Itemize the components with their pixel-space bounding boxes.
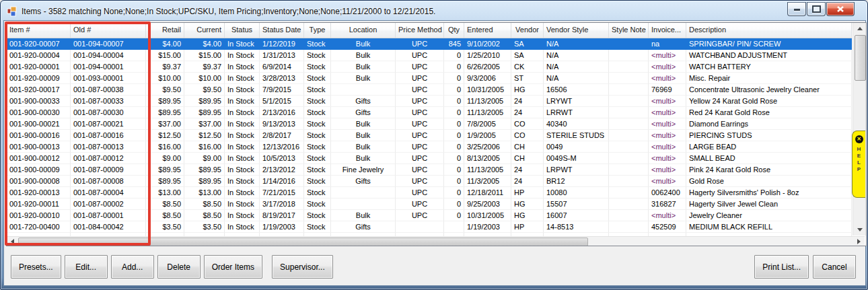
cell-status-date: 6/9/2014 — [260, 61, 304, 73]
cell-price-method: UPC — [396, 164, 444, 176]
cell-description: PIERCING STUDS — [686, 130, 852, 141]
cell-retail: $89.95 — [146, 164, 184, 176]
cell-qty: 0 — [444, 130, 464, 141]
column-header-status[interactable]: Status — [225, 23, 260, 38]
cell-item: 001-900-00033 — [7, 96, 71, 107]
cell-old: 001-094-00004 — [71, 50, 146, 61]
table-row[interactable]: 001-920-00001001-094-00001$9.37$9.37In S… — [7, 61, 852, 73]
cell-location: Bulk — [331, 130, 396, 141]
vertical-scrollbar[interactable] — [853, 23, 866, 235]
cell-status-date: 10/5/2013 — [260, 153, 304, 164]
column-header-qty[interactable]: Qty — [444, 23, 464, 38]
cell-vendor: HG — [511, 198, 544, 210]
cell-type: Stock — [304, 84, 331, 96]
vertical-scroll-thumb[interactable] — [855, 35, 866, 81]
cell-style-note — [609, 187, 649, 198]
column-header-old[interactable]: Old # — [71, 23, 146, 38]
scroll-left-button[interactable] — [7, 237, 18, 246]
cell-location: Gifts — [331, 107, 396, 118]
table-row[interactable]: 001-900-00012001-087-00012$9.00$9.00In S… — [7, 153, 852, 164]
minimize-button[interactable] — [787, 2, 806, 16]
button-add[interactable]: Add... — [111, 255, 154, 279]
table-row[interactable]: 001-920-00010001-087-00001$8.50$8.50In S… — [7, 210, 852, 221]
table-row[interactable]: 001-900-00016001-087-00016$12.50$12.50In… — [7, 130, 852, 141]
app-icon — [7, 6, 17, 17]
column-header-vendor[interactable]: Vendor — [511, 23, 544, 38]
button-supervisor[interactable]: Supervisor... — [272, 255, 333, 279]
column-header-type[interactable]: Type — [304, 23, 331, 38]
cell-entered: 10/31/2005 — [464, 84, 511, 96]
table-row[interactable]: 001-920-00017001-087-00038$9.50$9.50In S… — [7, 84, 852, 96]
table-row[interactable]: 001-900-00030001-087-00030$89.95$89.95In… — [7, 107, 852, 118]
cell-invoice: <multi> — [649, 153, 686, 164]
table-row-selected[interactable]: 001-920-00007001-094-00007$4.00$4.00In S… — [7, 38, 852, 50]
scroll-down-button[interactable] — [853, 224, 866, 235]
column-header-retail[interactable]: Retail — [146, 23, 184, 38]
table-row[interactable]: 001-900-00009001-087-00009$89.95$89.95In… — [7, 164, 852, 176]
horizontal-scrollbar[interactable] — [7, 236, 865, 246]
scroll-right-button[interactable] — [853, 237, 865, 246]
column-header-description[interactable]: Description — [686, 23, 852, 38]
column-header-item[interactable]: Item # — [7, 23, 71, 38]
help-letter: E — [857, 153, 861, 159]
title-bar[interactable]: Items - 3582 matching None;None;In Stock… — [5, 3, 863, 20]
cell-retail: $10.00 — [146, 73, 184, 84]
table-row[interactable]: 001-920-00009001-093-00001$10.00$10.00In… — [7, 73, 852, 84]
cell-price-method: UPC — [396, 176, 444, 187]
maximize-button[interactable] — [807, 2, 826, 16]
column-header-current[interactable]: Current — [184, 23, 225, 38]
column-header-entered[interactable]: Entered — [464, 23, 511, 38]
cell-invoice: <multi> — [649, 96, 686, 107]
close-icon — [836, 5, 844, 13]
cell-current: $89.95 — [184, 176, 225, 187]
cell-current: $4.00 — [184, 38, 225, 50]
table-row[interactable]: 001-920-00013001-087-00004$13.00$13.00In… — [7, 187, 852, 198]
cell-price-method — [396, 221, 444, 233]
cell-status: In Stock — [225, 61, 260, 73]
cell-vendor-style: N/A — [544, 38, 609, 50]
cell-qty: 0 — [444, 198, 464, 210]
cell-qty: 0 — [444, 176, 464, 187]
cell-description: WATCH BATTERY — [686, 61, 852, 73]
table-row[interactable]: 001-900-00021001-087-00021$37.00$37.00In… — [7, 118, 852, 130]
table-row[interactable]: 001-900-00033001-087-00033$89.95$89.95In… — [7, 96, 852, 107]
cell-vendor-style: 10080 — [544, 187, 609, 198]
scroll-up-button[interactable] — [853, 23, 866, 34]
column-header-vendor-style[interactable]: Vendor Style — [544, 23, 609, 38]
column-header-invoice[interactable]: Invoice... — [649, 23, 686, 38]
cell-current: $3.50 — [184, 221, 225, 233]
cell-description: SMALL BEAD — [686, 153, 852, 164]
cell-status: In Stock — [225, 50, 260, 61]
table-row[interactable]: 001-720-00400001-084-00042$3.50$3.50In S… — [7, 221, 852, 233]
column-header-status-date[interactable]: Status Date — [260, 23, 304, 38]
table-row[interactable]: 001-900-00013001-087-00013$16.00$16.00In… — [7, 141, 852, 153]
cell-item: 001-920-00013 — [7, 187, 71, 198]
button-order-items[interactable]: Order Items — [204, 255, 262, 279]
cell-vendor-style: 14-8513 — [544, 221, 609, 233]
button-cancel[interactable]: Cancel — [813, 255, 856, 279]
cell-vendor-style: BR12 — [544, 176, 609, 187]
cell-location: Bulk — [331, 50, 396, 61]
help-close-icon[interactable]: ✕ — [855, 135, 863, 143]
button-presets[interactable]: Presets... — [11, 255, 61, 279]
cell-entered: 1/25/2010 — [464, 50, 511, 61]
button-edit[interactable]: Edit... — [65, 255, 108, 279]
table-row[interactable]: 001-900-00008001-087-00008$89.95$89.95In… — [7, 176, 852, 187]
button-print-list[interactable]: Print List... — [754, 255, 809, 279]
close-button[interactable] — [826, 2, 855, 16]
help-letter: P — [857, 166, 861, 173]
cell-price-method: UPC — [396, 141, 444, 153]
cell-location: Gifts — [331, 221, 396, 233]
cell-invoice: <multi> — [649, 210, 686, 221]
column-header-style-note[interactable]: Style Note — [609, 23, 649, 38]
help-tab[interactable]: ✕ HELP — [852, 131, 865, 198]
cell-style-note — [609, 141, 649, 153]
column-header-price-method[interactable]: Price Method — [396, 23, 444, 38]
column-header-location[interactable]: Location — [331, 23, 396, 38]
cell-qty: 0 — [444, 50, 464, 61]
cell-old: 001-087-00004 — [71, 187, 146, 198]
button-delete[interactable]: Delete — [157, 255, 201, 279]
table-row[interactable]: 001-920-00004001-094-00004$15.00$15.00In… — [7, 50, 852, 61]
table-row[interactable]: 001-920-00011001-087-00002$8.50$8.50In S… — [7, 198, 852, 210]
horizontal-scroll-thumb[interactable] — [18, 238, 588, 246]
